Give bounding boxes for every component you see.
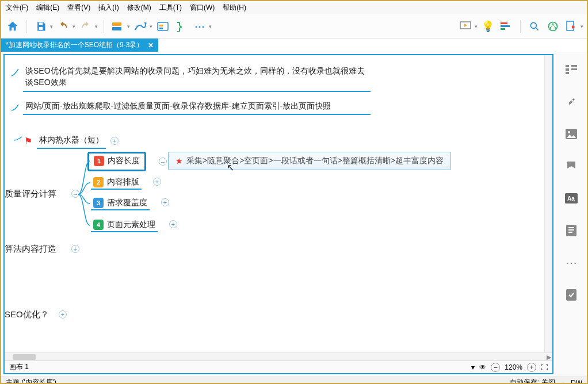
tab-bar: *加速网站收录排名的一个SEO绝招（9-3录） ✕ [1,39,587,52]
tab-title: *加速网站收录排名的一个SEO绝招（9-3录） [6,40,143,50]
close-icon[interactable]: ✕ [148,41,154,49]
star-icon: ★ [175,156,183,166]
svg-rect-6 [159,28,163,29]
expand-icon[interactable]: + [59,310,67,318]
expand-icon[interactable]: + [153,178,161,186]
expand-icon[interactable]: + [161,198,169,206]
menu-file[interactable]: 文件(F) [6,3,28,13]
topic-node[interactable]: 网站/页面-放出蜘蛛爬取-过滤低质量页面-收录保存数据库-建立页面索引-放出页面… [23,99,371,115]
side-panel: Aa ⋯ [556,52,587,377]
svg-point-11 [530,22,536,28]
menu-edit[interactable]: 编辑(E) [36,3,59,13]
search-icon[interactable] [526,18,543,34]
collapse-icon[interactable]: – [159,158,167,166]
svg-rect-28 [568,229,574,231]
document-tab[interactable]: *加速网站收录排名的一个SEO绝招（9-3录） ✕ [1,39,158,52]
canvas[interactable]: 谈SEO优化首先就是要解决网站的收录问题，巧妇难为无米之炊，同样的，没有收录也就… [3,54,553,374]
canvas-footer: 画布 1 ▾ 👁 − 120% + ⛶ [5,360,552,373]
home-icon[interactable] [5,18,21,34]
svg-rect-17 [566,65,569,67]
topic-node[interactable]: ⚑ 林内热水器（短） + [24,133,119,149]
visibility-icon[interactable]: 👁 [479,363,486,371]
canvas-label[interactable]: 画布 1 [9,362,29,372]
menu-window[interactable]: 窗口(W) [190,3,215,13]
boundary-icon[interactable] [155,18,171,34]
menu-bar: 文件(F) 编辑(E) 查看(V) 插入(I) 修改(M) 工具(T) 窗口(W… [1,1,587,14]
status-autosave: 自动保存: 关闭 [510,378,555,384]
menu-modify[interactable]: 修改(M) [127,3,151,13]
horizontal-scrollbar[interactable]: ▶ [5,352,552,360]
status-topic: 主题 ('内容长度') [6,378,56,384]
svg-rect-27 [568,227,574,228]
topic-selected[interactable]: 1 内容长度 [87,152,146,171]
comments-icon[interactable]: ⋯ [564,255,579,270]
notes-icon[interactable] [564,223,579,238]
zoom-out-icon[interactable]: − [491,363,500,372]
idea-icon[interactable]: 💡 [480,18,496,34]
outline-icon[interactable] [564,62,579,77]
svg-text:Aa: Aa [567,195,575,202]
fullscreen-icon[interactable]: ⛶ [541,363,548,371]
svg-rect-20 [571,68,577,70]
filter-icon[interactable]: ▾ [471,363,475,371]
topic-node[interactable]: 算法内容打造 [5,244,56,255]
export-icon[interactable] [563,18,579,34]
marker-icon[interactable] [564,159,579,174]
svg-rect-10 [501,28,505,30]
topic-node[interactable]: 谈SEO优化首先就是要解决网站的收录问题，巧妇难为无米之炊，同样的，没有收录也就… [23,64,371,92]
svg-point-23 [568,131,570,133]
svg-rect-18 [571,65,577,67]
task-icon[interactable] [564,287,579,302]
svg-rect-5 [159,25,163,26]
present-icon[interactable] [457,18,474,34]
collapse-icon[interactable]: – [71,190,79,198]
gantt-icon[interactable] [498,18,514,34]
vertical-scrollbar[interactable] [544,55,552,352]
topic-node[interactable]: 2 内容排版 [91,176,142,190]
priority-3-icon: 3 [93,198,104,208]
more-icon[interactable]: ⋯ [192,18,208,34]
topic-icon[interactable] [110,18,126,34]
status-bar: 主题 ('内容长度') 自动保存: 关闭 ○ DW [1,377,587,384]
redo-icon[interactable] [78,18,94,34]
priority-1-icon: 1 [94,156,104,166]
menu-insert[interactable]: 插入(I) [98,3,119,13]
menu-tools[interactable]: 工具(T) [159,3,182,13]
topic-node[interactable]: SEO优化？ [5,309,49,320]
save-icon[interactable] [33,18,49,34]
menu-view[interactable]: 查看(V) [67,3,90,13]
topic-node[interactable]: 4 页面元素处理 [91,218,158,232]
expand-icon[interactable]: + [110,137,119,145]
relation-icon[interactable] [132,18,148,34]
zoom-in-icon[interactable]: + [527,363,536,372]
format-icon[interactable] [564,94,579,109]
status-dw: DW [571,379,582,385]
svg-rect-2 [112,22,121,26]
topic-node[interactable]: 3 需求覆盖度 [91,197,150,210]
svg-rect-8 [501,22,507,24]
callout-node[interactable]: ★ 采集>随意聚合>空页面>一段话或者一句话>整篇概括清晰>超丰富度内容 [168,152,451,170]
undo-icon[interactable] [55,18,71,34]
expand-icon[interactable]: + [169,220,177,228]
image-icon[interactable] [564,126,579,141]
text-icon[interactable]: Aa [564,191,579,206]
topic-quality[interactable]: 质量评分计算 [5,189,56,199]
svg-rect-0 [39,22,43,25]
svg-rect-9 [501,25,510,27]
menu-help[interactable]: 帮助(H) [223,3,246,13]
svg-rect-19 [566,68,569,71]
zoom-level[interactable]: 120% [505,363,522,371]
priority-4-icon: 4 [93,220,104,230]
svg-rect-29 [568,232,572,233]
summary-icon[interactable] [173,18,189,34]
svg-rect-21 [566,72,569,74]
svg-rect-3 [112,27,121,30]
svg-rect-1 [39,26,43,29]
share-icon[interactable] [545,18,561,34]
flag-icon: ⚑ [24,136,32,147]
expand-icon[interactable]: + [71,245,79,253]
priority-2-icon: 2 [93,177,104,187]
svg-rect-30 [566,289,576,301]
toolbar: ▾ ▾ ▾ ▾ ▾ ⋯▾ ▾ 💡 ▾ [1,14,587,39]
